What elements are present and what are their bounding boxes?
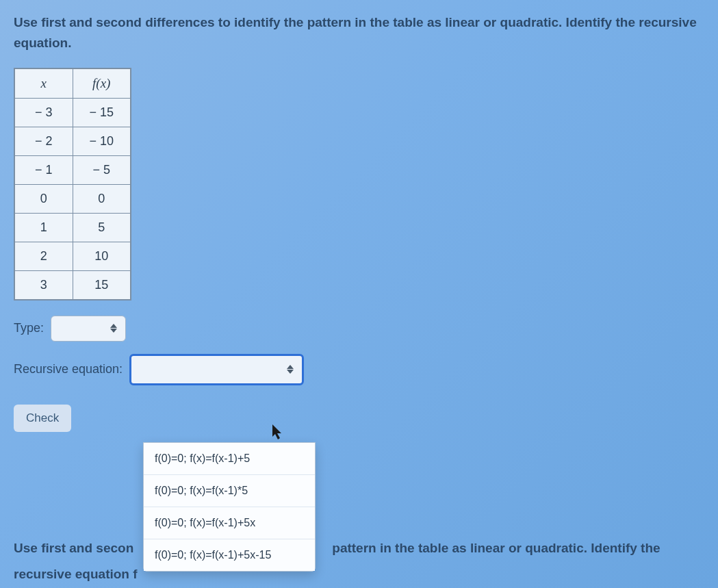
svg-marker-0 — [110, 324, 117, 328]
prompt-fragment-right: pattern in the table as linear or quadra… — [332, 537, 660, 559]
table-row: 315 — [14, 270, 131, 300]
prompt-fragment-left: Use first and secon — [14, 537, 144, 559]
next-question-prompt: Use first and secon pattern in the table… — [14, 537, 711, 586]
table-row: − 2− 10 — [14, 127, 131, 155]
table-row: 210 — [14, 242, 131, 270]
svg-marker-3 — [287, 370, 294, 374]
stepper-icon — [110, 324, 117, 333]
type-select[interactable] — [51, 316, 126, 342]
svg-marker-1 — [110, 329, 117, 333]
type-row: Type: — [14, 316, 704, 342]
table-row: − 3− 15 — [14, 98, 131, 127]
table-row: 00 — [14, 184, 131, 213]
stepper-icon — [287, 365, 294, 374]
recursive-row: Recursive equation: — [14, 354, 704, 385]
svg-marker-2 — [287, 365, 294, 369]
question-prompt: Use first and second differences to iden… — [14, 12, 704, 54]
dropdown-option[interactable]: f(0)=0; f(x)=f(x-1)*5 — [144, 475, 315, 507]
dropdown-option[interactable]: f(0)=0; f(x)=f(x-1)+5x — [144, 507, 315, 539]
prompt-fragment-line2: recursive equation f — [14, 563, 711, 585]
type-label: Type: — [14, 321, 44, 335]
table-row: 15 — [14, 213, 131, 242]
recursive-select[interactable] — [129, 354, 304, 385]
header-x: x — [14, 68, 73, 99]
function-table: x f(x) − 3− 15 − 2− 10 − 1− 5 00 15 210 … — [14, 68, 131, 301]
table-header-row: x f(x) — [14, 68, 131, 99]
table-row: − 1− 5 — [14, 155, 131, 184]
check-button[interactable]: Check — [14, 405, 71, 432]
question-block: Use first and second differences to iden… — [0, 0, 718, 444]
dropdown-option[interactable]: f(0)=0; f(x)=f(x-1)+5 — [144, 443, 315, 475]
recursive-label: Recursive equation: — [14, 362, 123, 376]
header-fx: f(x) — [73, 68, 131, 99]
